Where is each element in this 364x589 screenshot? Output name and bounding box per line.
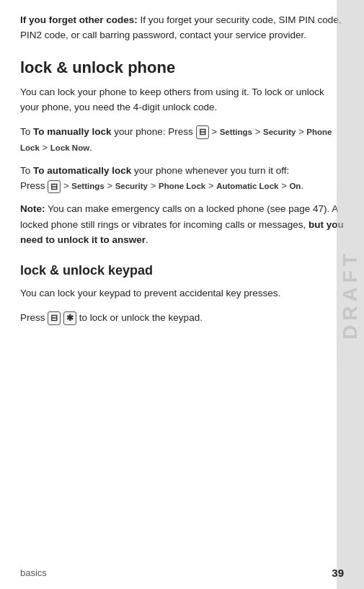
note-paragraph: Note: You can make emergency calls on a … bbox=[20, 201, 344, 248]
manually-lock-instruction: To To manually lock your phone: Press ⊟ … bbox=[20, 124, 344, 156]
auto-arrow5: > bbox=[281, 180, 289, 191]
page-content: If you forget other codes: If you forget… bbox=[0, 0, 364, 376]
auto-arrow2: > bbox=[107, 180, 115, 191]
auto-on: On bbox=[289, 182, 301, 190]
settings-nav: Settings bbox=[220, 128, 252, 136]
keypad-menu-icon: ⊟ bbox=[48, 311, 61, 325]
intro-paragraph: If you forget other codes: If you forget… bbox=[20, 13, 344, 43]
section1-heading: lock & unlock phone bbox=[20, 58, 344, 79]
menu-button-icon: ⊟ bbox=[196, 125, 209, 139]
lock-now-nav: Lock Now bbox=[50, 143, 89, 152]
keypad-lock-instruction: Press ⊟ ✱ to lock or unlock the keypad. bbox=[20, 310, 344, 326]
auto-arrow4: > bbox=[208, 180, 216, 191]
manually-text: your phone: Press bbox=[112, 126, 193, 137]
arrow1: > bbox=[211, 126, 219, 137]
period1: . bbox=[89, 142, 92, 153]
security-nav: Security bbox=[263, 128, 296, 136]
auto-phone-lock: Phone Lock bbox=[159, 182, 205, 190]
auto-lock-instruction: To To automatically lock your phone when… bbox=[20, 163, 344, 194]
auto-auto-lock: Automatic Lock bbox=[216, 182, 278, 190]
intro-bold: If you forget other codes: bbox=[20, 14, 138, 25]
note-label: Note: bbox=[20, 203, 45, 214]
arrow2: > bbox=[255, 126, 263, 137]
arrow3: > bbox=[298, 126, 306, 137]
note-end: . bbox=[146, 234, 148, 245]
period2: . bbox=[301, 180, 303, 191]
footer-page-number: 39 bbox=[332, 567, 344, 579]
page-footer: basics 39 bbox=[0, 567, 364, 579]
auto-to: To bbox=[20, 165, 33, 176]
auto-settings: Settings bbox=[71, 182, 104, 190]
arrow4: > bbox=[43, 142, 50, 153]
auto-security: Security bbox=[115, 182, 148, 190]
keypad-end-text: to lock or unlock the keypad. bbox=[76, 312, 203, 323]
keypad-star-icon: ✱ bbox=[63, 311, 76, 325]
auto-menu-button-icon: ⊟ bbox=[48, 180, 61, 194]
manually-label: To manually lock bbox=[33, 126, 112, 137]
manually-to: To bbox=[20, 126, 33, 137]
footer-section-name: basics bbox=[20, 567, 47, 578]
section2-paragraph1: You can lock your keypad to prevent acci… bbox=[20, 286, 344, 301]
auto-arrow1: > bbox=[63, 180, 71, 191]
section2-heading: lock & unlock keypad bbox=[20, 262, 344, 279]
auto-arrow3: > bbox=[151, 180, 159, 191]
auto-text: your phone whenever you turn it off: bbox=[131, 165, 289, 176]
auto-label: To automatically lock bbox=[33, 165, 131, 176]
section1-paragraph1: You can lock your phone to keep others f… bbox=[20, 85, 344, 115]
auto-press: Press bbox=[20, 180, 45, 191]
keypad-press: Press bbox=[20, 312, 45, 323]
note-text: You can make emergency calls on a locked… bbox=[20, 203, 338, 230]
